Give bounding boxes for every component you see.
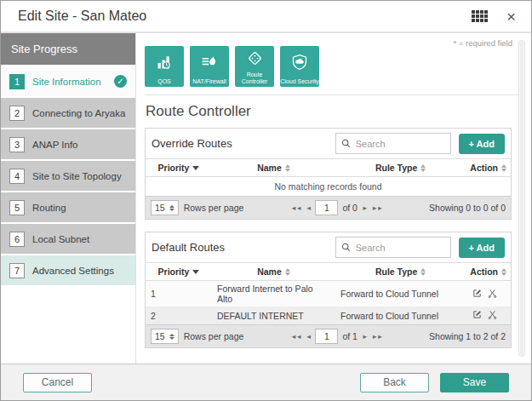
scrollbar-thumb[interactable]: [520, 42, 523, 355]
sidebar-title: Site Progress: [1, 33, 135, 65]
tab-nat-firewall[interactable]: NAT/Firewall: [190, 46, 229, 87]
qos-chart-icon: [156, 46, 173, 78]
tab-label: Route Controller: [235, 72, 274, 85]
cancel-button[interactable]: Cancel: [23, 373, 92, 392]
rows-per-page-value: 15: [155, 203, 165, 213]
edit-site-dialog: Edit Site - San Mateo × Site Progress 1 …: [0, 0, 532, 401]
rows-per-page-value: 15: [155, 331, 165, 341]
search-icon: [341, 138, 351, 149]
step-label: Routing: [32, 203, 66, 213]
default-search-input[interactable]: [356, 243, 445, 253]
first-page-icon[interactable]: ◄◄: [290, 204, 301, 212]
tab-label: NAT/Firewall: [192, 78, 226, 85]
sidebar-item-connecting-to-aryaka[interactable]: 2 Connecting to Aryaka: [1, 98, 135, 128]
priority-cell: 2: [146, 306, 212, 324]
page-title: Route Controller: [146, 103, 511, 120]
edit-route-icon[interactable]: [471, 288, 483, 301]
sidebar-item-anap-info[interactable]: 3 ANAP Info: [1, 129, 135, 159]
showing-summary: Showing 1 to 2 of 2: [429, 331, 506, 341]
dialog-titlebar: Edit Site - San Mateo ×: [1, 1, 531, 33]
back-button[interactable]: Back: [360, 373, 429, 392]
override-search-input[interactable]: [356, 139, 445, 149]
delete-route-icon[interactable]: [486, 288, 499, 301]
sidebar-item-routing[interactable]: 5 Routing: [1, 192, 135, 222]
sidebar-item-site-information[interactable]: 1 Site Information ✓: [1, 66, 135, 96]
close-icon[interactable]: ×: [506, 9, 516, 25]
content-scrollbar[interactable]: [518, 40, 525, 357]
rows-per-page-select[interactable]: 15: [151, 200, 179, 215]
column-header-name[interactable]: Name: [212, 159, 335, 177]
column-header-priority[interactable]: Priority: [146, 263, 212, 281]
titlebar-actions: ×: [472, 9, 516, 25]
apps-grid-icon[interactable]: [472, 10, 488, 22]
rows-per-page-select[interactable]: 15: [151, 329, 179, 344]
dialog-title: Edit Site - San Mateo: [18, 9, 146, 24]
page-number-input[interactable]: [315, 329, 338, 344]
override-table-footer: 15 Rows per page ◄◄ ◄ of 0 ► ►► Showing …: [146, 196, 511, 219]
last-page-icon[interactable]: ►►: [371, 333, 382, 341]
select-spinner-icon: [169, 334, 174, 340]
tab-cloud-security[interactable]: Cloud Security: [280, 46, 319, 87]
name-cell: DEFAULT INTERNET: [212, 306, 335, 324]
step-label: Site Information: [32, 77, 101, 87]
column-header-rule-type[interactable]: Rule Type: [335, 263, 466, 281]
priority-cell: 1: [146, 281, 212, 307]
rule-type-cell: Forward to Cloud Tunnel: [335, 281, 466, 307]
default-table-footer: 15 Rows per page ◄◄ ◄ of 1 ► ►► Showing …: [146, 324, 511, 347]
next-page-icon[interactable]: ►: [362, 204, 367, 212]
search-icon: [341, 242, 351, 253]
override-routes-title: Override Routes: [152, 137, 232, 150]
previous-page-icon[interactable]: ◄: [306, 204, 311, 212]
step-label: Local Subnet: [32, 234, 89, 244]
override-add-button[interactable]: + Add: [459, 134, 505, 154]
cloud-security-shield-icon: [291, 46, 308, 78]
section-divider: [145, 95, 523, 95]
empty-row: No matching records found: [146, 177, 511, 197]
tab-qos[interactable]: QOS: [145, 46, 184, 87]
save-button[interactable]: Save: [440, 373, 509, 392]
step-label: Site to Site Topology: [32, 171, 122, 181]
edit-route-icon[interactable]: [471, 309, 483, 322]
sidebar-item-site-to-site-topology[interactable]: 4 Site to Site Topology: [1, 161, 135, 191]
step-number-badge: 6: [9, 232, 25, 247]
step-number-badge: 4: [9, 169, 25, 184]
required-field-note: * = required field: [454, 38, 512, 48]
column-header-action[interactable]: Action: [466, 263, 511, 281]
next-page-icon[interactable]: ►: [362, 333, 367, 341]
override-routes-table: Priority Name Rule Type: [146, 158, 511, 196]
sort-desc-icon: [192, 166, 199, 170]
page-count-label: of 0: [342, 203, 358, 213]
override-pager: ◄◄ ◄ of 0 ► ►►: [290, 200, 382, 215]
page-number-input[interactable]: [315, 200, 338, 215]
tab-label: QOS: [157, 78, 171, 85]
step-label: Advanced Settings: [32, 266, 114, 276]
column-header-name[interactable]: Name: [212, 263, 335, 281]
route-controller-icon: [246, 46, 264, 72]
name-cell: Forward Internet to Palo Alto: [212, 281, 335, 307]
sort-icon: [420, 164, 426, 172]
select-spinner-icon: [169, 205, 174, 211]
rule-type-cell: Forward to Cloud Tunnel: [335, 306, 466, 324]
sort-icon: [285, 268, 290, 276]
last-page-icon[interactable]: ►►: [371, 204, 382, 212]
first-page-icon[interactable]: ◄◄: [290, 333, 301, 341]
tab-route-controller[interactable]: Route Controller: [235, 46, 274, 87]
table-row[interactable]: 1 Forward Internet to Palo Alto Forward …: [146, 281, 511, 307]
override-routes-panel: Override Routes + Add Prio: [145, 128, 512, 220]
column-header-action[interactable]: Action: [466, 159, 511, 177]
step-number-badge: 2: [9, 106, 25, 121]
override-routes-header: Override Routes + Add: [146, 129, 511, 158]
default-add-button[interactable]: + Add: [459, 238, 505, 258]
previous-page-icon[interactable]: ◄: [306, 333, 311, 341]
sidebar-item-local-subnet[interactable]: 6 Local Subnet: [1, 224, 135, 254]
column-header-priority[interactable]: Priority: [146, 159, 212, 177]
table-row[interactable]: 2 DEFAULT INTERNET Forward to Cloud Tunn…: [146, 306, 511, 324]
tab-label: Cloud Security: [280, 78, 319, 85]
sort-desc-icon: [192, 270, 199, 274]
delete-route-icon[interactable]: [486, 309, 499, 322]
column-header-rule-type[interactable]: Rule Type: [335, 159, 466, 177]
default-routes-header: Default Routes + Add: [146, 232, 511, 262]
sidebar-item-advanced-settings[interactable]: 7 Advanced Settings: [1, 255, 135, 285]
rows-per-page-label: Rows per page: [184, 331, 244, 341]
rows-per-page-label: Rows per page: [184, 203, 244, 213]
